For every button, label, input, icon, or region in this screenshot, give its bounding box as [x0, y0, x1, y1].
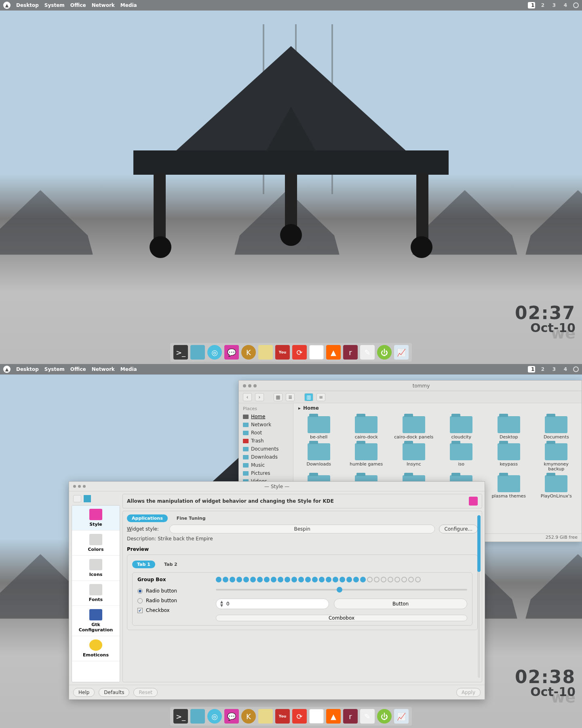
nav-icons[interactable]: Icons — [72, 556, 120, 581]
dock-monitor-icon[interactable]: 📈 — [394, 345, 409, 360]
dock-red-app-icon[interactable]: ⟳ — [292, 709, 307, 724]
folder-item[interactable]: humble games — [344, 443, 390, 472]
workspace-3[interactable]: 3 — [550, 366, 558, 372]
folder-item[interactable]: Documents — [534, 416, 580, 440]
spin-arrows[interactable]: ▲▼ — [220, 600, 223, 607]
workspace-overview-icon[interactable] — [573, 2, 579, 8]
nav-back-button[interactable] — [73, 495, 81, 502]
dock-terminal-icon[interactable]: >_ — [173, 345, 188, 360]
menu-media[interactable]: Media — [120, 2, 137, 8]
folder-item[interactable]: cloudcity — [439, 416, 485, 440]
dock-messenger-icon[interactable]: 💬 — [224, 345, 239, 360]
folder-item[interactable]: cairo-dock panels — [391, 416, 437, 440]
window-controls[interactable] — [239, 384, 261, 387]
view-detail-button[interactable]: ≡ — [316, 393, 325, 401]
window-controls[interactable] — [73, 485, 86, 488]
dock-monitor-icon[interactable]: 📈 — [394, 709, 409, 724]
folder-item[interactable]: Downloads — [296, 443, 342, 472]
configure-button[interactable]: Configure... — [439, 525, 478, 533]
folder-item[interactable]: kmymoney backup — [534, 443, 580, 472]
folder-item[interactable]: Insync — [391, 443, 437, 472]
dock-google-icon[interactable]: G — [309, 345, 324, 360]
folder-item[interactable]: plasma themes — [486, 475, 532, 499]
dock-youtube-icon[interactable]: You — [275, 709, 290, 724]
place-pictures[interactable]: Pictures — [239, 469, 293, 477]
nav-fonts[interactable]: Fonts — [72, 581, 120, 606]
nav-style[interactable]: Style — [72, 506, 120, 531]
arch-logo-icon[interactable]: ▲ — [3, 2, 11, 9]
workspace-1[interactable]: 1 — [528, 366, 535, 372]
workspace-2[interactable]: 2 — [539, 366, 546, 372]
workspace-4[interactable]: 4 — [562, 366, 569, 372]
menu-office[interactable]: Office — [70, 366, 86, 372]
menu-system[interactable]: System — [44, 366, 65, 372]
menu-desktop[interactable]: Desktop — [16, 2, 39, 8]
workspace-4[interactable]: 4 — [562, 2, 569, 8]
help-button[interactable]: Help — [73, 688, 95, 697]
folder-item[interactable]: PlayOnLinux's — [534, 475, 580, 499]
workspace-1[interactable]: 1 — [528, 2, 535, 8]
preview-combobox[interactable]: Combobox — [216, 615, 467, 621]
dock-notes-icon[interactable] — [258, 345, 273, 360]
dock-vlc-icon[interactable]: ▲ — [326, 345, 341, 360]
window-titlebar[interactable]: tommy — [239, 381, 582, 391]
folder-item[interactable]: iso — [439, 443, 485, 472]
dock-coin-icon[interactable]: K — [241, 345, 256, 360]
dock-youtube-icon[interactable]: You — [275, 345, 290, 360]
menu-desktop[interactable]: Desktop — [16, 366, 39, 372]
widget-style-select[interactable]: Bespin — [169, 525, 435, 533]
dock-dolphin-icon[interactable] — [190, 709, 205, 724]
dock-coin-icon[interactable]: K — [241, 709, 256, 724]
place-downloads[interactable]: Downloads — [239, 453, 293, 461]
place-documents[interactable]: Documents — [239, 445, 293, 453]
nav-emoticons[interactable]: Emoticons — [72, 636, 120, 661]
breadcrumb[interactable]: ▸ Home — [293, 403, 582, 413]
menu-network[interactable]: Network — [92, 366, 115, 372]
workspace-overview-icon[interactable] — [573, 366, 579, 372]
dock-chromium-icon[interactable]: ◎ — [207, 345, 222, 360]
nav-forward-button[interactable]: › — [255, 393, 264, 401]
workspace-2[interactable]: 2 — [539, 2, 546, 8]
spinbox[interactable]: ▲▼ 0 — [216, 599, 329, 609]
dock-terminal-icon[interactable]: >_ — [173, 709, 188, 724]
dock-wine-icon[interactable]: r — [343, 345, 358, 360]
scrollbar-thumb[interactable] — [477, 515, 481, 572]
place-home[interactable]: Home — [239, 413, 293, 421]
workspace-3[interactable]: 3 — [550, 2, 558, 8]
menu-network[interactable]: Network — [92, 2, 115, 8]
nav-colors[interactable]: Colors — [72, 531, 120, 556]
arch-logo-icon[interactable]: ▲ — [3, 366, 11, 373]
folder-item[interactable]: Desktop — [486, 416, 532, 440]
window-titlebar[interactable]: — Style — — [69, 482, 485, 491]
defaults-button[interactable]: Defaults — [99, 688, 129, 697]
slider-handle[interactable] — [337, 587, 342, 593]
radio-button-1[interactable]: Radio button — [137, 588, 210, 594]
folder-item[interactable]: keypass — [486, 443, 532, 472]
dock-notes-icon[interactable] — [258, 709, 273, 724]
view-list-button[interactable]: ≣ — [286, 393, 295, 401]
place-root[interactable]: Root — [239, 429, 293, 437]
dock-power-icon[interactable]: ⏻ — [377, 709, 392, 724]
settings-home-icon[interactable] — [84, 495, 91, 502]
dock-color-picker-icon[interactable]: ✎ — [360, 345, 375, 360]
menu-system[interactable]: System — [44, 2, 65, 8]
dock-color-picker-icon[interactable]: ✎ — [360, 709, 375, 724]
view-columns-button[interactable]: ▥ — [304, 393, 313, 401]
place-trash[interactable]: Trash — [239, 437, 293, 445]
menu-media[interactable]: Media — [120, 366, 137, 372]
dock-power-icon[interactable]: ⏻ — [377, 345, 392, 360]
dock-dolphin-icon[interactable] — [190, 345, 205, 360]
preview-tab-2[interactable]: Tab 2 — [159, 561, 182, 568]
menu-office[interactable]: Office — [70, 2, 86, 8]
folder-item[interactable]: be-shell — [296, 416, 342, 440]
place-music[interactable]: Music — [239, 461, 293, 469]
place-network[interactable]: Network — [239, 421, 293, 429]
checkbox[interactable]: ✔Checkbox — [137, 607, 210, 613]
tab-fine-tuning[interactable]: Fine Tuning — [172, 514, 211, 522]
dock-wine-icon[interactable]: r — [343, 709, 358, 724]
preview-button[interactable]: Button — [334, 599, 467, 609]
tab-applications[interactable]: Applications — [127, 514, 168, 522]
dock-vlc-icon[interactable]: ▲ — [326, 709, 341, 724]
preview-tab-1[interactable]: Tab 1 — [132, 561, 155, 568]
slider[interactable] — [216, 589, 467, 590]
